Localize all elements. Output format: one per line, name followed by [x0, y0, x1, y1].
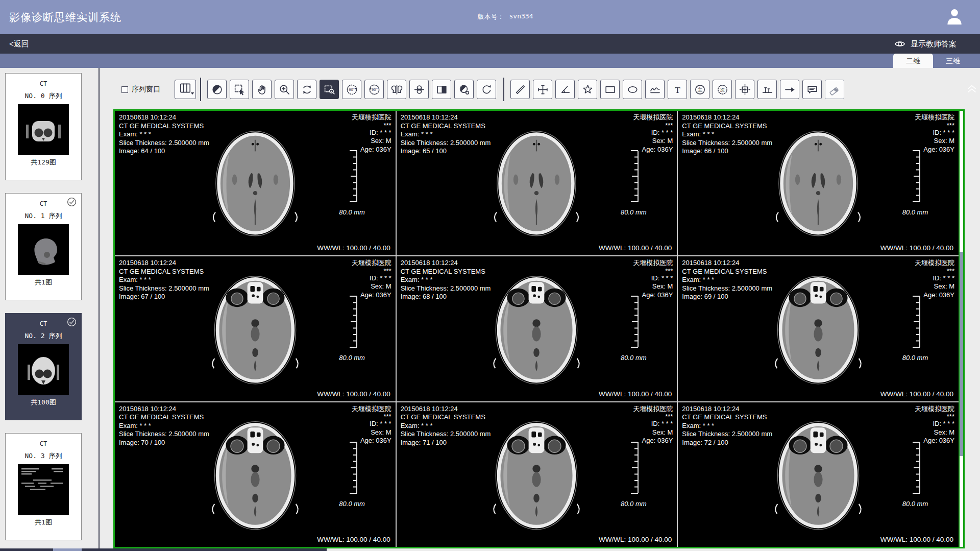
viewport-cell[interactable]: 20150618 10:12:24 CT GE MEDICAL SYSTEMS …	[678, 111, 959, 255]
series-card[interactable]: CT NO. 1 序列 共1图	[5, 193, 82, 300]
hospital-name: 天堰模拟医院	[915, 113, 954, 122]
study-datetime: 20150618 10:12:24	[682, 259, 772, 268]
marker-primary-button[interactable]: 主	[690, 80, 709, 99]
viewer-scrollbar-thumb[interactable]	[960, 252, 963, 456]
zoom-region-button[interactable]	[320, 80, 339, 99]
show-teacher-answer-label: 显示教师答案	[911, 39, 957, 49]
curve-roi-button[interactable]	[645, 80, 665, 99]
ruler-icon	[346, 295, 359, 350]
zoom-in-button[interactable]	[275, 80, 294, 99]
slice-thickness: Slice Thickness: 2.500000 mm	[401, 430, 491, 439]
hospital-name: 天堰模拟医院	[352, 259, 391, 268]
ct-slice-image	[770, 125, 866, 244]
measure-line-button[interactable]	[510, 80, 530, 99]
user-avatar-icon[interactable]	[944, 7, 965, 29]
slice-thickness: Slice Thickness: 2.500000 mm	[119, 430, 209, 439]
exam-label: Exam: * * *	[119, 130, 209, 139]
rect-roi-button[interactable]	[600, 80, 620, 99]
rotate-90-cw-button[interactable]: 90°	[364, 80, 384, 99]
scale-ruler: 80.0 mm	[893, 441, 937, 508]
device-name: CT GE MEDICAL SYSTEMS	[119, 268, 209, 276]
window-preset-button[interactable]	[454, 80, 474, 99]
viewport-cell[interactable]: 20150618 10:12:24 CT GE MEDICAL SYSTEMS …	[397, 111, 677, 255]
marker-secondary-button[interactable]: 次	[713, 80, 732, 99]
viewport-cell[interactable]: 20150618 10:12:24 CT GE MEDICAL SYSTEMS …	[397, 402, 677, 547]
ruler-icon	[627, 295, 640, 350]
cell-overlay-top-right: 天堰模拟医院 *** ID: * * * Sex: M Age: 036Y	[633, 113, 673, 154]
star-button[interactable]	[578, 80, 597, 99]
viewport-cell[interactable]: 20150618 10:12:24 CT GE MEDICAL SYSTEMS …	[397, 256, 677, 401]
hospital-stars: ***	[352, 268, 391, 274]
viewport-cell[interactable]: 20150618 10:12:24 CT GE MEDICAL SYSTEMS …	[115, 256, 396, 401]
window-width-level: WW/WL: 100.00 / 40.00	[599, 390, 672, 398]
device-name: CT GE MEDICAL SYSTEMS	[682, 122, 772, 131]
eye-icon	[894, 38, 906, 50]
comment-button[interactable]	[802, 80, 822, 99]
series-window-checkbox[interactable]	[121, 86, 128, 93]
reset-button[interactable]	[477, 80, 496, 99]
viewer-scrollbar[interactable]	[959, 111, 963, 547]
ruler-icon	[346, 441, 359, 496]
rotate-button[interactable]	[297, 80, 316, 99]
text-annotation-button[interactable]: T	[668, 80, 687, 99]
patient-sex: Sex: M	[633, 137, 673, 146]
series-card[interactable]: CT NO. 3 序列 共1图	[5, 433, 82, 540]
scale-ruler: 80.0 mm	[611, 150, 655, 216]
select-button[interactable]	[230, 80, 249, 99]
viewport-cell[interactable]: 20150618 10:12:24 CT GE MEDICAL SYSTEMS …	[678, 256, 959, 401]
exam-label: Exam: * * *	[119, 422, 209, 430]
viewport-cell[interactable]: 20150618 10:12:24 CT GE MEDICAL SYSTEMS …	[678, 402, 959, 547]
series-card[interactable]: CT NO. 2 序列 共100图	[5, 313, 82, 420]
cell-overlay-top-left: 20150618 10:12:24 CT GE MEDICAL SYSTEMS …	[682, 405, 772, 447]
study-datetime: 20150618 10:12:24	[119, 113, 209, 122]
tab-2d[interactable]: 二维	[893, 54, 933, 68]
window-width-level: WW/WL: 100.00 / 40.00	[880, 536, 953, 543]
series-name: NO. 3 序列	[6, 451, 81, 461]
viewport-cell[interactable]: 20150618 10:12:24 CT GE MEDICAL SYSTEMS …	[115, 402, 396, 547]
cell-overlay-top-left: 20150618 10:12:24 CT GE MEDICAL SYSTEMS …	[401, 259, 491, 301]
collapse-toolbar-chevron-icon[interactable]	[965, 82, 978, 97]
sidebar-horizontal-scrollbar	[0, 548, 327, 551]
svg-text:90°: 90°	[349, 87, 355, 92]
window-level-button[interactable]	[207, 80, 227, 99]
hospital-name: 天堰模拟医院	[915, 405, 954, 414]
measure-angle-button[interactable]	[555, 80, 575, 99]
flip-vertical-button[interactable]	[409, 80, 429, 99]
layout-grid-button[interactable]	[175, 80, 196, 99]
ellipse-roi-button[interactable]	[623, 80, 642, 99]
hospital-name: 天堰模拟医院	[633, 259, 673, 268]
invert-button[interactable]	[432, 80, 451, 99]
hospital-stars: ***	[633, 268, 673, 274]
exam-label: Exam: * * *	[401, 130, 491, 139]
show-teacher-answer-button[interactable]: 显示教师答案	[894, 38, 957, 50]
cell-overlay-top-right: 天堰模拟医院 *** ID: * * * Sex: M Age: 036Y	[633, 405, 673, 445]
arrow-annotation-button[interactable]	[780, 80, 799, 99]
sidebar-scrollbar-thumb[interactable]	[53, 548, 82, 551]
histogram-button[interactable]	[757, 80, 777, 99]
hospital-name: 天堰模拟医院	[352, 113, 391, 122]
ruler-icon	[909, 295, 922, 350]
series-card[interactable]: CT NO. 0 序列 共129图	[5, 73, 82, 180]
ct-slice-image	[207, 125, 303, 244]
cell-overlay-top-left: 20150618 10:12:24 CT GE MEDICAL SYSTEMS …	[682, 113, 772, 156]
tab-3d[interactable]: 三维	[933, 54, 973, 68]
pan-button[interactable]	[252, 80, 272, 99]
viewport-cell[interactable]: 20150618 10:12:24 CT GE MEDICAL SYSTEMS …	[115, 111, 396, 255]
locate-button[interactable]	[735, 80, 754, 99]
slice-thickness: Slice Thickness: 2.500000 mm	[119, 139, 209, 148]
cell-overlay-top-left: 20150618 10:12:24 CT GE MEDICAL SYSTEMS …	[401, 405, 491, 447]
scale-ruler: 80.0 mm	[893, 150, 937, 216]
patient-sex: Sex: M	[352, 282, 391, 291]
cell-overlay-top-left: 20150618 10:12:24 CT GE MEDICAL SYSTEMS …	[119, 259, 209, 301]
series-name: NO. 0 序列	[6, 91, 81, 101]
image-index: Image: 67 / 100	[119, 293, 209, 301]
series-modality: CT	[6, 440, 81, 447]
flip-horizontal-button[interactable]	[387, 80, 406, 99]
exam-label: Exam: * * *	[401, 422, 491, 430]
exam-label: Exam: * * *	[682, 422, 772, 430]
measure-cross-button[interactable]	[533, 80, 552, 99]
rotate-90-ccw-button[interactable]: 90°	[342, 80, 361, 99]
back-button[interactable]: <返回	[9, 39, 29, 49]
image-index: Image: 68 / 100	[401, 293, 491, 301]
image-index: Image: 72 / 100	[682, 439, 772, 447]
